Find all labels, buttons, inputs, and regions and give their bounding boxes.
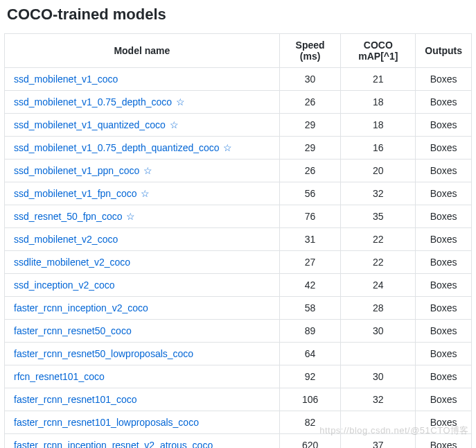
table-row: ssd_mobilenet_v1_0.75_depth_quantized_co… (5, 137, 472, 160)
map-cell: 32 (341, 388, 416, 411)
model-link[interactable]: ssdlite_mobilenet_v2_coco (14, 257, 130, 268)
page-content: COCO-trained models Model name Speed (ms… (0, 0, 476, 448)
col-header-model: Model name (5, 34, 280, 68)
speed-cell: 26 (279, 91, 341, 114)
map-cell: 30 (341, 365, 416, 388)
star-icon: ☆ (176, 96, 185, 107)
map-cell: 16 (341, 137, 416, 160)
outputs-cell: Boxes (416, 274, 472, 297)
model-cell: ssd_resnet_50_fpn_coco ☆ (5, 205, 280, 228)
map-cell (341, 343, 416, 365)
model-cell: ssd_mobilenet_v1_fpn_coco ☆ (5, 182, 280, 205)
page-title: COCO-trained models (7, 6, 472, 24)
outputs-cell: Boxes (416, 388, 472, 411)
model-cell: faster_rcnn_inception_resnet_v2_atrous_c… (5, 434, 280, 449)
speed-cell: 620 (279, 434, 341, 449)
table-row: ssd_mobilenet_v1_fpn_coco ☆5632Boxes (5, 182, 472, 205)
model-cell: faster_rcnn_resnet101_lowproposals_coco (5, 411, 280, 434)
map-cell: 18 (341, 91, 416, 114)
speed-cell: 92 (279, 365, 341, 388)
speed-cell: 76 (279, 205, 341, 228)
model-link[interactable]: ssd_mobilenet_v1_0.75_depth_quantized_co… (14, 142, 220, 153)
model-link[interactable]: faster_rcnn_resnet50_lowproposals_coco (14, 348, 193, 359)
map-cell: 32 (341, 182, 416, 205)
model-cell: ssdlite_mobilenet_v2_coco (5, 251, 280, 274)
star-icon: ☆ (126, 211, 135, 222)
model-cell: ssd_mobilenet_v1_0.75_depth_quantized_co… (5, 137, 280, 160)
model-link[interactable]: ssd_inception_v2_coco (14, 279, 115, 291)
table-body: ssd_mobilenet_v1_coco3021Boxesssd_mobile… (5, 68, 472, 449)
model-link[interactable]: faster_rcnn_resnet101_coco (14, 394, 136, 405)
map-cell: 35 (341, 205, 416, 228)
star-icon: ☆ (141, 188, 150, 199)
model-link[interactable]: faster_rcnn_resnet101_lowproposals_coco (14, 417, 199, 428)
star-icon: ☆ (143, 165, 152, 176)
model-link[interactable]: ssd_resnet_50_fpn_coco (14, 211, 122, 222)
model-link[interactable]: faster_rcnn_inception_v2_coco (14, 302, 148, 313)
model-cell: faster_rcnn_resnet50_lowproposals_coco (5, 343, 280, 365)
outputs-cell: Boxes (416, 297, 472, 320)
map-cell: 28 (341, 297, 416, 320)
map-cell (341, 411, 416, 434)
model-link[interactable]: rfcn_resnet101_coco (14, 371, 105, 382)
speed-cell: 82 (279, 411, 341, 434)
map-cell: 20 (341, 160, 416, 182)
speed-cell: 31 (279, 228, 341, 251)
model-cell: ssd_mobilenet_v1_ppn_coco ☆ (5, 160, 280, 182)
col-header-speed: Speed (ms) (279, 34, 341, 68)
speed-cell: 56 (279, 182, 341, 205)
model-cell: faster_rcnn_inception_v2_coco (5, 297, 280, 320)
map-cell: 18 (341, 114, 416, 137)
outputs-cell: Boxes (416, 343, 472, 365)
outputs-cell: Boxes (416, 182, 472, 205)
outputs-cell: Boxes (416, 91, 472, 114)
map-cell: 30 (341, 320, 416, 343)
table-row: faster_rcnn_resnet101_coco10632Boxes (5, 388, 472, 411)
model-cell: ssd_mobilenet_v1_quantized_coco ☆ (5, 114, 280, 137)
model-cell: ssd_inception_v2_coco (5, 274, 280, 297)
table-row: faster_rcnn_inception_resnet_v2_atrous_c… (5, 434, 472, 449)
outputs-cell: Boxes (416, 68, 472, 91)
model-link[interactable]: ssd_mobilenet_v1_fpn_coco (14, 188, 136, 199)
speed-cell: 26 (279, 160, 341, 182)
model-link[interactable]: ssd_mobilenet_v1_ppn_coco (14, 165, 139, 176)
outputs-cell: Boxes (416, 137, 472, 160)
model-link[interactable]: ssd_mobilenet_v1_coco (14, 74, 118, 85)
table-row: faster_rcnn_resnet50_coco8930Boxes (5, 320, 472, 343)
table-row: ssd_mobilenet_v1_quantized_coco ☆2918Box… (5, 114, 472, 137)
table-row: faster_rcnn_inception_v2_coco5828Boxes (5, 297, 472, 320)
star-icon: ☆ (170, 119, 179, 130)
map-cell: 22 (341, 228, 416, 251)
outputs-cell: Boxes (416, 228, 472, 251)
model-cell: ssd_mobilenet_v1_0.75_depth_coco ☆ (5, 91, 280, 114)
model-link[interactable]: faster_rcnn_inception_resnet_v2_atrous_c… (14, 440, 213, 448)
speed-cell: 29 (279, 137, 341, 160)
speed-cell: 89 (279, 320, 341, 343)
speed-cell: 29 (279, 114, 341, 137)
outputs-cell: Boxes (416, 434, 472, 449)
outputs-cell: Boxes (416, 251, 472, 274)
model-cell: ssd_mobilenet_v1_coco (5, 68, 280, 91)
map-cell: 21 (341, 68, 416, 91)
table-header-row: Model name Speed (ms) COCO mAP[^1] Outpu… (5, 34, 472, 68)
outputs-cell: Boxes (416, 411, 472, 434)
col-header-outputs: Outputs (416, 34, 472, 68)
model-link[interactable]: ssd_mobilenet_v1_quantized_coco (14, 119, 166, 130)
speed-cell: 30 (279, 68, 341, 91)
table-row: ssd_mobilenet_v1_ppn_coco ☆2620Boxes (5, 160, 472, 182)
speed-cell: 27 (279, 251, 341, 274)
outputs-cell: Boxes (416, 114, 472, 137)
table-row: faster_rcnn_resnet50_lowproposals_coco64… (5, 343, 472, 365)
table-row: ssd_mobilenet_v2_coco3122Boxes (5, 228, 472, 251)
model-link[interactable]: ssd_mobilenet_v2_coco (14, 234, 118, 245)
model-link[interactable]: faster_rcnn_resnet50_coco (14, 325, 132, 336)
outputs-cell: Boxes (416, 160, 472, 182)
table-row: ssd_mobilenet_v1_0.75_depth_coco ☆2618Bo… (5, 91, 472, 114)
map-cell: 24 (341, 274, 416, 297)
model-link[interactable]: ssd_mobilenet_v1_0.75_depth_coco (14, 96, 172, 107)
table-row: ssd_mobilenet_v1_coco3021Boxes (5, 68, 472, 91)
table-row: faster_rcnn_resnet101_lowproposals_coco8… (5, 411, 472, 434)
map-cell: 37 (341, 434, 416, 449)
model-cell: faster_rcnn_resnet50_coco (5, 320, 280, 343)
map-cell: 22 (341, 251, 416, 274)
